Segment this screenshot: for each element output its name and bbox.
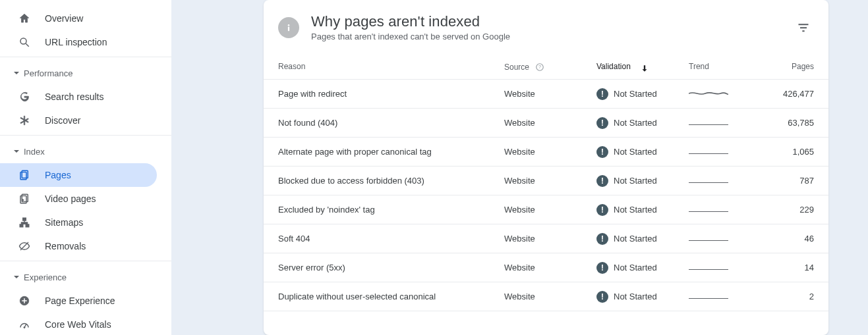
sidebar-item-removals[interactable]: Removals — [0, 234, 157, 258]
cell-validation: !Not Started — [596, 291, 689, 303]
cell-validation: !Not Started — [596, 233, 689, 245]
cell-trend — [689, 294, 748, 299]
table-body: Page with redirectWebsite!Not Started426… — [264, 80, 828, 311]
card-header: Why pages aren't indexed Pages that aren… — [264, 0, 828, 53]
video-pages-icon — [18, 193, 30, 205]
svg-point-0 — [20, 38, 26, 44]
column-validation[interactable]: Validation — [596, 62, 689, 71]
cell-reason: Page with redirect — [278, 89, 504, 99]
table-row[interactable]: Excluded by 'noindex' tagWebsite!Not Sta… — [264, 195, 828, 224]
sidebar-item-sitemaps[interactable]: Sitemaps — [0, 211, 157, 234]
divider — [0, 135, 171, 136]
cell-validation: !Not Started — [596, 204, 689, 216]
sidebar-item-label: URL inspection — [45, 37, 107, 47]
exclamation-icon: ! — [596, 291, 608, 303]
cell-validation: !Not Started — [596, 146, 689, 158]
divider — [0, 57, 171, 57]
caret-down-icon — [13, 274, 20, 280]
cell-source: Website — [504, 89, 596, 99]
arrow-down-icon — [640, 64, 649, 73]
cell-trend — [689, 120, 748, 125]
info-icon — [278, 17, 299, 38]
cell-reason: Not found (404) — [278, 118, 504, 128]
svg-rect-7 — [20, 224, 23, 227]
cell-source: Website — [504, 176, 596, 186]
cell-source: Website — [504, 263, 596, 272]
sidebar-item-video-pages[interactable]: Video pages — [0, 187, 157, 211]
sparkline-icon — [689, 236, 728, 241]
sidebar-section-label: Index — [24, 147, 45, 157]
card-title: Why pages aren't indexed — [311, 13, 781, 30]
cell-reason: Blocked due to access forbidden (403) — [278, 176, 504, 186]
caret-down-icon — [13, 148, 20, 155]
cell-pages: 14 — [748, 263, 814, 272]
sidebar-item-label: Page Experience — [45, 296, 115, 306]
svg-point-12 — [24, 326, 25, 328]
sitemap-icon — [18, 217, 30, 228]
sidebar-section-index[interactable]: Index — [0, 140, 171, 163]
sidebar-section-performance[interactable]: Performance — [0, 61, 171, 85]
sidebar-item-page-experience[interactable]: Page Experience — [0, 289, 157, 313]
table-row[interactable]: Soft 404Website!Not Started46 — [264, 224, 828, 253]
svg-rect-8 — [26, 224, 29, 227]
cell-validation: !Not Started — [596, 88, 689, 100]
table-row[interactable]: Not found (404)Website!Not Started63,785 — [264, 109, 828, 138]
caret-down-icon — [13, 70, 20, 76]
table-header: Reason Source ? Validation Trend Pages — [264, 53, 828, 80]
help-icon[interactable]: ? — [535, 63, 544, 72]
sidebar-item-pages[interactable]: Pages — [0, 163, 157, 187]
sidebar-item-label: Overview — [45, 13, 83, 24]
cell-trend — [689, 207, 748, 212]
sparkline-icon — [689, 294, 728, 299]
cell-reason: Soft 404 — [278, 234, 504, 244]
sidebar-item-url-inspection[interactable]: URL inspection — [0, 30, 157, 54]
svg-rect-6 — [23, 218, 26, 220]
column-reason[interactable]: Reason — [278, 62, 504, 71]
column-pages[interactable]: Pages — [748, 62, 814, 71]
sidebar-item-core-web-vitals[interactable]: Core Web Vitals — [0, 313, 157, 335]
cell-trend — [689, 265, 748, 270]
speedometer-icon — [18, 319, 30, 330]
validation-text: Not Started — [614, 118, 657, 128]
sparkline-icon — [689, 207, 728, 212]
sidebar-item-label: Discover — [45, 115, 80, 126]
card-subtitle: Pages that aren't indexed can't be serve… — [311, 32, 781, 41]
exclamation-icon: ! — [596, 262, 608, 274]
column-label: Source — [504, 63, 529, 72]
column-trend[interactable]: Trend — [689, 62, 748, 71]
validation-text: Not Started — [614, 292, 657, 301]
validation-text: Not Started — [614, 205, 657, 215]
cell-pages: 46 — [748, 234, 814, 244]
svg-point-13 — [288, 24, 290, 26]
sparkline-icon — [689, 265, 728, 270]
cell-trend — [689, 90, 748, 99]
exclamation-icon: ! — [596, 88, 608, 100]
exclamation-icon: ! — [596, 146, 608, 158]
cell-pages: 1,065 — [748, 147, 814, 157]
validation-text: Not Started — [614, 89, 657, 99]
validation-text: Not Started — [614, 263, 657, 272]
filter-button[interactable] — [793, 17, 814, 38]
card-title-wrap: Why pages aren't indexed Pages that aren… — [311, 13, 781, 41]
column-label: Trend — [689, 62, 709, 71]
table-row[interactable]: Blocked due to access forbidden (403)Web… — [264, 167, 828, 195]
exclamation-icon: ! — [596, 204, 608, 216]
table-row[interactable]: Alternate page with proper canonical tag… — [264, 138, 828, 167]
sidebar-item-search-results[interactable]: Search results — [0, 85, 157, 109]
table-row[interactable]: Duplicate without user-selected canonica… — [264, 282, 828, 311]
sparkline-icon — [689, 90, 728, 99]
sparkline-icon — [689, 149, 728, 154]
sidebar-item-overview[interactable]: Overview — [0, 7, 157, 30]
cell-source: Website — [504, 205, 596, 215]
validation-text: Not Started — [614, 147, 657, 157]
table-row[interactable]: Page with redirectWebsite!Not Started426… — [264, 80, 828, 109]
cell-reason: Alternate page with proper canonical tag — [278, 147, 504, 157]
validation-text: Not Started — [614, 176, 657, 186]
cell-trend — [689, 236, 748, 241]
indexing-card: Why pages aren't indexed Pages that aren… — [264, 0, 828, 335]
sidebar-section-experience[interactable]: Experience — [0, 265, 171, 289]
table-row[interactable]: Server error (5xx)Website!Not Started14 — [264, 253, 828, 282]
svg-rect-15 — [799, 24, 809, 25]
column-source[interactable]: Source ? — [504, 61, 596, 72]
sidebar-item-discover[interactable]: Discover — [0, 109, 157, 132]
